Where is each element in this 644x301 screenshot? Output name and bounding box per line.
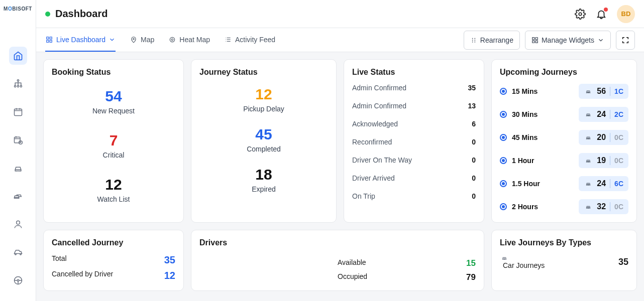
sidebar-item-calendar[interactable]	[9, 103, 27, 121]
svg-point-0	[17, 80, 19, 81]
row-label: Driver On The Way	[352, 156, 412, 164]
live-status-row: Driver Arrived0	[352, 174, 476, 182]
tab-label: Map	[141, 36, 154, 44]
grid-icon	[45, 36, 53, 44]
button-label: Manage Widgets	[542, 36, 594, 44]
upcoming-row[interactable]: 2 Hours320C	[500, 199, 628, 214]
radio-icon	[500, 88, 507, 95]
upcoming-row[interactable]: 45 Mins200C	[500, 130, 628, 145]
svg-rect-4	[14, 109, 22, 115]
cancelled-row: Total35	[52, 254, 175, 266]
sidebar-item-user[interactable]	[9, 215, 27, 233]
tab-heat-map[interactable]: Heat Map	[168, 28, 210, 52]
notifications-button[interactable]	[596, 9, 607, 20]
radio-icon	[500, 203, 507, 210]
tab-activity-feed[interactable]: Activity Feed	[224, 28, 275, 52]
fullscreen-button[interactable]	[616, 31, 635, 50]
svg-rect-16	[50, 40, 52, 42]
tabbar: Live Dashboard Map Heat Map Activity Fee…	[36, 28, 644, 52]
home-icon	[13, 51, 23, 61]
driver-row: Available15	[338, 258, 476, 268]
count-value: 32	[597, 202, 606, 211]
stat-value: 54	[52, 88, 175, 105]
sidebar-item-schedule[interactable]	[9, 131, 27, 149]
row-value: 6	[472, 120, 476, 128]
cancelled-journey-card: Cancelled Journey Total35Cancelled by Dr…	[43, 230, 184, 291]
radio-icon	[500, 111, 507, 118]
upcoming-row[interactable]: 30 Mins242C	[500, 107, 628, 122]
row-label: Car Journeys	[500, 254, 545, 269]
tab-label: Heat Map	[179, 36, 210, 44]
chevron-down-icon	[109, 36, 116, 43]
drivers-card: Drivers Available15Occupied79	[191, 230, 484, 291]
cancelled-row: Cancelled by Driver12	[52, 270, 175, 281]
stat-label: Watch List	[52, 195, 175, 203]
svg-point-25	[474, 41, 475, 42]
upcoming-row[interactable]: 1 Hour190C	[500, 153, 628, 168]
live-status-row: Admin Confirmed13	[352, 102, 476, 110]
sidebar-item-fleet[interactable]	[9, 187, 27, 205]
stat-value: 12	[52, 176, 175, 193]
car-icon	[500, 254, 545, 261]
rearrange-button[interactable]: Rearrange	[464, 31, 520, 50]
radio-icon	[500, 134, 507, 141]
live-status-row: Driver On The Way0	[352, 156, 476, 164]
svg-point-20	[472, 38, 473, 39]
row-value: 0	[472, 192, 476, 200]
radio-icon	[500, 180, 507, 187]
row-label: Admin Confirmed	[352, 84, 406, 92]
user-avatar[interactable]: BD	[617, 5, 635, 23]
manage-widgets-button[interactable]: Manage Widgets	[525, 31, 611, 50]
topbar: Dashboard BD	[36, 0, 644, 28]
sidebar-item-steering[interactable]	[9, 271, 27, 289]
sidebar: MOBISOFT	[0, 0, 36, 301]
car-icon	[584, 111, 593, 118]
svg-point-19	[172, 39, 174, 41]
sidebar-item-org[interactable]	[9, 75, 27, 93]
location-icon	[130, 36, 138, 44]
page-title: Dashboard	[55, 8, 575, 20]
card-title: Upcoming Journeys	[500, 68, 628, 77]
row-value: 13	[468, 102, 476, 110]
row-value: 79	[466, 272, 476, 282]
stat-label: Completed	[199, 145, 328, 153]
svg-rect-13	[47, 37, 49, 39]
card-title: Cancelled Journey	[52, 238, 175, 247]
sidebar-item-vehicle[interactable]	[9, 243, 27, 261]
critical-count: 2C	[614, 110, 623, 118]
critical-count: 0C	[614, 157, 623, 165]
tab-map[interactable]: Map	[130, 28, 154, 52]
row-value: 0	[472, 138, 476, 146]
fullscreen-icon	[621, 36, 629, 44]
critical-count: 6C	[614, 180, 623, 188]
tab-live-dashboard[interactable]: Live Dashboard	[45, 28, 116, 52]
svg-rect-27	[535, 41, 538, 43]
live-journeys-by-types-card: Live Journeys By Types Car Journeys35	[491, 230, 637, 291]
row-value: 15	[466, 258, 476, 268]
row-value: 0	[472, 156, 476, 164]
stat-value: 7	[52, 132, 175, 149]
row-value: 0	[472, 174, 476, 182]
stat-item: 12Watch List	[52, 176, 175, 203]
target-icon	[168, 36, 176, 44]
journey-count-pill: 242C	[579, 107, 628, 122]
svg-rect-15	[47, 40, 49, 42]
settings-button[interactable]	[575, 9, 586, 20]
upcoming-row[interactable]: 1.5 Hour246C	[500, 176, 628, 191]
stat-item: 12Pickup Delay	[199, 86, 328, 113]
critical-count: 0C	[614, 203, 623, 211]
online-indicator	[45, 12, 50, 17]
sidebar-item-home[interactable]	[9, 47, 27, 65]
driver-row: Occupied79	[338, 272, 476, 282]
upcoming-row[interactable]: 15 Mins561C	[500, 84, 628, 99]
stat-value: 45	[199, 126, 328, 143]
time-label: 1.5 Hour	[512, 180, 574, 188]
sidebar-item-car[interactable]	[9, 159, 27, 177]
row-label: Occupied	[338, 272, 367, 282]
live-status-row: On Trip0	[352, 192, 476, 200]
live-status-row: Reconfirmed0	[352, 138, 476, 146]
time-label: 45 Mins	[512, 133, 574, 141]
gear-icon	[575, 9, 586, 20]
journey-count-pill: 246C	[579, 176, 628, 191]
steering-icon	[13, 275, 23, 285]
